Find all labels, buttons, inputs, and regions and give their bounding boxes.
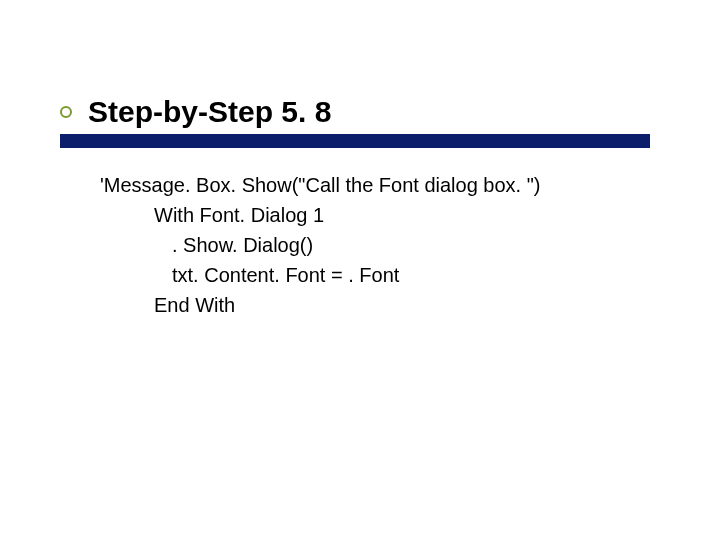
- code-line: End With: [154, 290, 540, 320]
- title-block: Step-by-Step 5. 8: [60, 95, 331, 129]
- slide-title: Step-by-Step 5. 8: [88, 95, 331, 129]
- slide: Step-by-Step 5. 8 'Message. Box. Show("C…: [0, 0, 720, 540]
- code-line: . Show. Dialog(): [172, 230, 540, 260]
- code-line: With Font. Dialog 1: [154, 200, 540, 230]
- title-underline: [60, 134, 650, 148]
- title-bullet-icon: [60, 106, 72, 118]
- code-line: 'Message. Box. Show("Call the Font dialo…: [100, 170, 540, 200]
- code-line: txt. Content. Font = . Font: [172, 260, 540, 290]
- code-block: 'Message. Box. Show("Call the Font dialo…: [100, 170, 540, 320]
